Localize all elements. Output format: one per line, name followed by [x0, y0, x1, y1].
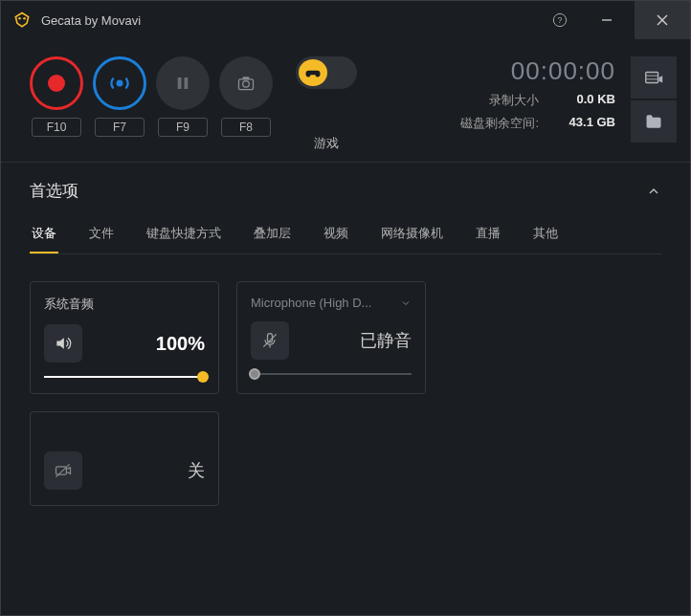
folder-icon: [644, 112, 663, 131]
stream-hotkey-label[interactable]: F7: [95, 118, 145, 137]
prefs-title: 首选项: [30, 180, 78, 202]
webcam-toggle[interactable]: [44, 451, 82, 490]
record-hotkey-label[interactable]: F10: [32, 118, 81, 137]
svg-point-0: [18, 17, 21, 19]
mic-toggle[interactable]: [251, 321, 289, 360]
mic-device-select[interactable]: Microphone (High D...: [251, 296, 412, 310]
slider-thumb[interactable]: [197, 371, 209, 383]
record-icon: [48, 75, 65, 92]
disk-value: 43.1 GB: [558, 115, 615, 132]
camera-icon: [236, 74, 256, 93]
svg-rect-19: [56, 467, 67, 474]
close-icon: [657, 14, 668, 26]
tab-7[interactable]: 其他: [531, 219, 560, 253]
size-label: 录制大小: [489, 92, 539, 109]
slider-thumb[interactable]: [249, 368, 260, 380]
svg-rect-13: [646, 73, 658, 83]
webcam-panel: 关: [30, 411, 219, 506]
speaker-icon: [54, 334, 73, 353]
svg-point-1: [23, 17, 26, 19]
webcam-off-icon: [54, 461, 73, 480]
svg-rect-8: [178, 77, 182, 89]
mode-label: 游戏: [314, 135, 339, 152]
system-audio-panel: 系统音频 100%: [30, 281, 219, 394]
prefs-tabs: 设备文件键盘快捷方式叠加层视频网络摄像机直播其他: [30, 219, 661, 254]
chevron-up-icon: [646, 184, 661, 199]
webcam-status: 关: [96, 459, 205, 482]
help-icon: ?: [552, 12, 568, 28]
mic-audio-slider[interactable]: [251, 373, 412, 375]
minimize-button[interactable]: [579, 1, 635, 39]
tab-0[interactable]: 设备: [30, 219, 58, 253]
mic-muted-icon: [260, 331, 279, 350]
mode-toggle[interactable]: [296, 56, 357, 89]
pause-button[interactable]: [156, 56, 210, 110]
stream-button[interactable]: [93, 56, 146, 110]
screenshot-button[interactable]: [219, 56, 273, 110]
system-audio-label: 系统音频: [44, 296, 205, 313]
folder-button[interactable]: [631, 100, 677, 143]
tab-5[interactable]: 网络摄像机: [379, 219, 445, 253]
mic-device-label: Microphone (High D...: [251, 296, 371, 310]
tab-3[interactable]: 叠加层: [252, 219, 293, 253]
chevron-down-icon: [400, 297, 412, 309]
size-value: 0.0 KB: [558, 92, 615, 109]
svg-point-11: [243, 81, 250, 88]
broadcast-icon: [106, 70, 133, 97]
tab-2[interactable]: 键盘快捷方式: [145, 219, 223, 253]
tab-1[interactable]: 文件: [87, 219, 116, 253]
media-output-button[interactable]: [631, 56, 677, 99]
disk-label: 磁盘剩余空间:: [460, 115, 539, 132]
tab-6[interactable]: 直播: [474, 219, 502, 253]
film-output-icon: [643, 67, 664, 88]
app-logo-icon: [12, 11, 32, 30]
svg-text:?: ?: [558, 15, 563, 25]
recording-timer: 00:00:00: [460, 56, 615, 86]
pause-hotkey-label[interactable]: F9: [158, 118, 208, 137]
mic-audio-panel: Microphone (High D... 已静音: [236, 281, 426, 394]
svg-point-7: [117, 80, 123, 87]
prefs-header[interactable]: 首选项: [30, 180, 661, 202]
system-audio-toggle[interactable]: [44, 324, 82, 363]
svg-rect-12: [243, 77, 250, 79]
gamepad-icon: [304, 64, 322, 81]
main-controls: F10 F7 F9 F8: [1, 39, 690, 163]
record-button[interactable]: [30, 56, 83, 110]
minimize-icon: [601, 14, 613, 26]
webcam-empty-label: [44, 426, 205, 440]
mic-status: 已静音: [302, 329, 412, 352]
system-audio-slider[interactable]: [44, 376, 205, 378]
pause-icon: [174, 75, 191, 92]
app-title: Gecata by Movavi: [41, 13, 141, 28]
system-audio-value: 100%: [96, 333, 205, 355]
close-button[interactable]: [635, 1, 690, 39]
titlebar: Gecata by Movavi ?: [1, 1, 690, 39]
help-button[interactable]: ?: [541, 1, 579, 39]
tab-4[interactable]: 视频: [322, 219, 350, 253]
screenshot-hotkey-label[interactable]: F8: [221, 118, 271, 137]
svg-rect-9: [185, 77, 189, 89]
